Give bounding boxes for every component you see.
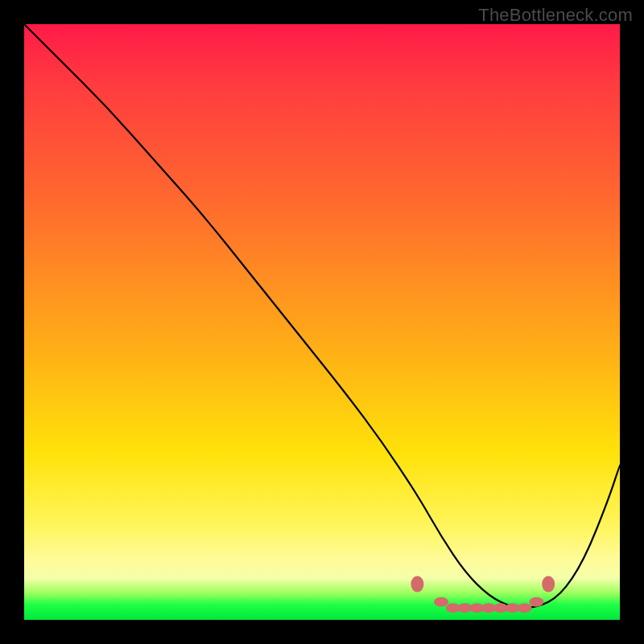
- highlight-bead: [518, 603, 532, 613]
- highlight-bead: [542, 576, 555, 592]
- highlight-markers: [411, 576, 555, 613]
- highlight-bead: [411, 576, 423, 592]
- curve-layer: [24, 24, 620, 620]
- highlight-bead: [481, 603, 496, 613]
- highlight-bead: [529, 597, 543, 607]
- bottleneck-curve: [24, 24, 620, 608]
- highlight-bead: [506, 603, 520, 613]
- highlight-bead: [458, 603, 473, 613]
- highlight-bead: [446, 603, 460, 613]
- highlight-bead: [469, 603, 484, 613]
- watermark-text: TheBottleneck.com: [478, 5, 633, 26]
- plot-area: [24, 24, 620, 620]
- highlight-bead: [434, 597, 448, 607]
- chart-frame: TheBottleneck.com: [0, 0, 644, 644]
- highlight-bead: [493, 603, 508, 613]
